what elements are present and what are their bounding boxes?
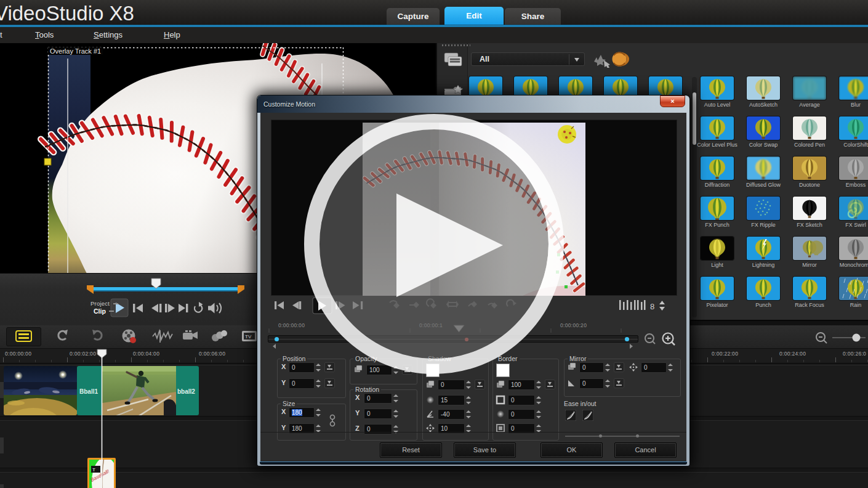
svg-text:8: 8 [650, 302, 654, 311]
svg-text:TV: TV [245, 334, 252, 340]
